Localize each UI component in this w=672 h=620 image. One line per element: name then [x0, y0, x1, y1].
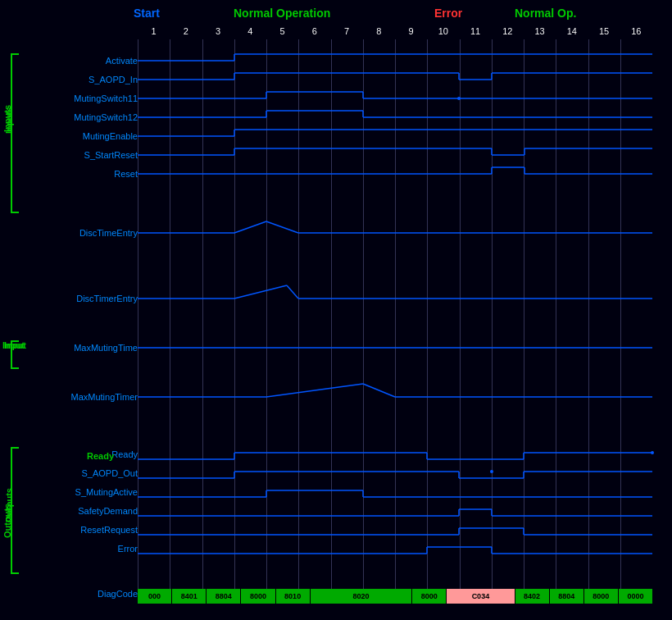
grid-col-8 — [363, 39, 395, 604]
inputs-section-label: Inputs — [2, 82, 12, 156]
diag-8010: 8010 — [276, 589, 311, 604]
diag-8401: 8401 — [172, 589, 207, 604]
grid-col-3 — [202, 39, 234, 604]
grid-col-4 — [234, 39, 266, 604]
col-1: 1 — [138, 26, 170, 36]
grid-col-6 — [298, 39, 330, 604]
signal-smutingactive: S_MutingActive — [15, 487, 138, 497]
grid-col-13 — [524, 39, 556, 604]
col-8: 8 — [363, 26, 395, 36]
input-section-label: Input — [2, 340, 25, 350]
diag-8402: 8402 — [515, 589, 550, 604]
diag-8804b: 8804 — [550, 589, 584, 604]
col-7: 7 — [331, 26, 363, 36]
signal-maxmutingtimer: MaxMutingTimer — [15, 392, 138, 402]
signal-reset: Reset — [15, 169, 138, 179]
grid-col-9 — [395, 39, 427, 604]
diag-8000a: 8000 — [241, 589, 275, 604]
signal-maxmutingtime: MaxMutingTime — [15, 343, 138, 353]
signal-error: Error — [15, 544, 138, 554]
column-numbers: 1 2 3 4 5 6 7 8 9 10 11 12 13 14 15 16 — [138, 26, 652, 36]
diag-8804a: 8804 — [207, 589, 241, 604]
header-normal-op1: Normal Operation — [234, 7, 330, 20]
grid-col-1 — [138, 39, 170, 604]
col-6: 6 — [298, 26, 330, 36]
signal-mutingenable: MutingEnable — [15, 131, 138, 141]
col-4: 4 — [234, 26, 266, 36]
grid-col-7 — [331, 39, 363, 604]
col-2: 2 — [170, 26, 202, 36]
signal-disctimeentry: DiscTimeEntry — [15, 228, 138, 238]
header-error: Error — [434, 7, 462, 20]
col-15: 15 — [588, 26, 620, 36]
diag-8000b: 8000 — [412, 589, 447, 604]
diag-0000: 0000 — [619, 589, 652, 604]
col-5: 5 — [266, 26, 298, 36]
diagcode-blocks: 000 8401 8804 8000 8010 8020 8000 C034 8… — [138, 589, 652, 604]
diag-c034: C034 — [447, 589, 515, 604]
grid-col-12 — [492, 39, 524, 604]
col-9: 9 — [395, 26, 427, 36]
grid-col-5 — [266, 39, 298, 604]
signal-mutingswitch12: MutingSwitch12 — [15, 112, 138, 122]
ready-text-label: Ready — [87, 451, 114, 461]
col-10: 10 — [427, 26, 459, 36]
signal-disctimerentry: DiscTimerEntry — [15, 294, 138, 303]
grid-col-10 — [427, 39, 459, 604]
grid-col-11 — [460, 39, 492, 604]
timing-diagram: Start Normal Operation Error Normal Op. … — [0, 0, 672, 620]
col-12: 12 — [492, 26, 524, 36]
signal-saopd-out: S_AOPD_Out — [15, 468, 138, 478]
signal-safetydemand: SafetyDemand — [15, 506, 138, 516]
signal-sstartreset: S_StartReset — [15, 150, 138, 160]
grid-col-2 — [170, 39, 202, 604]
grid-lines — [138, 39, 652, 604]
diag-8020: 8020 — [311, 589, 412, 604]
signal-resetrequest: ResetRequest — [15, 525, 138, 535]
outputs-section-label: Outputs — [2, 492, 12, 549]
signal-activate: Activate — [15, 56, 138, 66]
header-normal-op2: Normal Op. — [515, 7, 576, 20]
signal-mutingswitch11: MutingSwitch11 — [15, 93, 138, 103]
col-16: 16 — [620, 26, 652, 36]
col-3: 3 — [202, 26, 234, 36]
signal-ready: Ready — [15, 449, 138, 459]
col-13: 13 — [524, 26, 556, 36]
col-14: 14 — [556, 26, 588, 36]
grid-col-14 — [556, 39, 588, 604]
signal-diagcode: DiagCode — [15, 589, 138, 599]
col-11: 11 — [460, 26, 492, 36]
grid-col-15 — [588, 39, 620, 604]
header-start: Start — [134, 7, 160, 20]
signal-saopd-in: S_AOPD_In — [15, 75, 138, 84]
grid-col-16 — [620, 39, 652, 604]
diag-8000c: 8000 — [584, 589, 619, 604]
diag-000: 000 — [138, 589, 172, 604]
